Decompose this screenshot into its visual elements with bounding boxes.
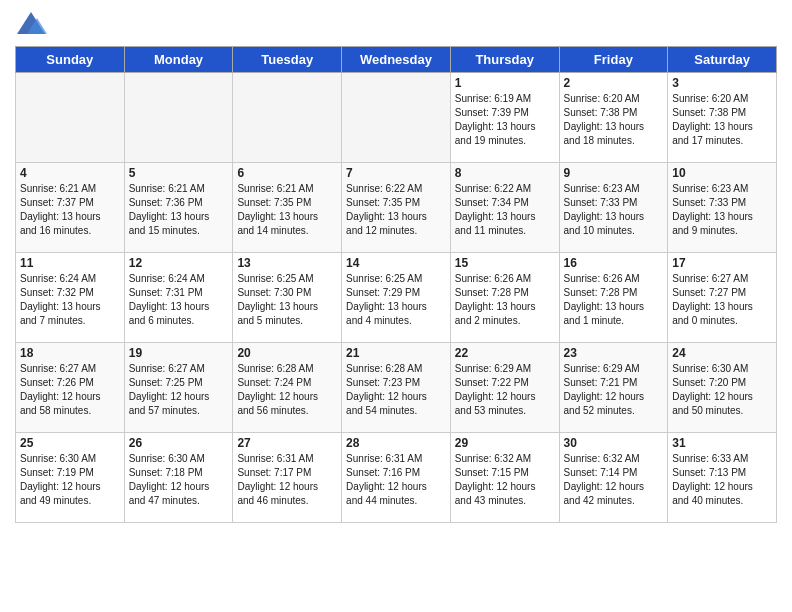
week-row-1: 1Sunrise: 6:19 AM Sunset: 7:39 PM Daylig… — [16, 73, 777, 163]
day-number: 20 — [237, 346, 337, 360]
calendar-cell: 3Sunrise: 6:20 AM Sunset: 7:38 PM Daylig… — [668, 73, 777, 163]
day-number: 17 — [672, 256, 772, 270]
day-info: Sunrise: 6:33 AM Sunset: 7:13 PM Dayligh… — [672, 452, 772, 508]
day-number: 2 — [564, 76, 664, 90]
day-info: Sunrise: 6:21 AM Sunset: 7:35 PM Dayligh… — [237, 182, 337, 238]
day-number: 13 — [237, 256, 337, 270]
calendar-cell: 6Sunrise: 6:21 AM Sunset: 7:35 PM Daylig… — [233, 163, 342, 253]
day-number: 1 — [455, 76, 555, 90]
day-number: 29 — [455, 436, 555, 450]
day-number: 14 — [346, 256, 446, 270]
calendar-cell: 21Sunrise: 6:28 AM Sunset: 7:23 PM Dayli… — [342, 343, 451, 433]
weekday-header-saturday: Saturday — [668, 47, 777, 73]
calendar-cell: 5Sunrise: 6:21 AM Sunset: 7:36 PM Daylig… — [124, 163, 233, 253]
day-number: 10 — [672, 166, 772, 180]
day-number: 8 — [455, 166, 555, 180]
calendar-cell: 16Sunrise: 6:26 AM Sunset: 7:28 PM Dayli… — [559, 253, 668, 343]
calendar-cell: 26Sunrise: 6:30 AM Sunset: 7:18 PM Dayli… — [124, 433, 233, 523]
calendar-cell: 29Sunrise: 6:32 AM Sunset: 7:15 PM Dayli… — [450, 433, 559, 523]
day-number: 22 — [455, 346, 555, 360]
weekday-header-thursday: Thursday — [450, 47, 559, 73]
day-number: 9 — [564, 166, 664, 180]
day-info: Sunrise: 6:32 AM Sunset: 7:15 PM Dayligh… — [455, 452, 555, 508]
calendar-cell: 4Sunrise: 6:21 AM Sunset: 7:37 PM Daylig… — [16, 163, 125, 253]
weekday-header-friday: Friday — [559, 47, 668, 73]
day-info: Sunrise: 6:31 AM Sunset: 7:17 PM Dayligh… — [237, 452, 337, 508]
day-info: Sunrise: 6:30 AM Sunset: 7:18 PM Dayligh… — [129, 452, 229, 508]
weekday-header-sunday: Sunday — [16, 47, 125, 73]
calendar-cell — [16, 73, 125, 163]
header — [15, 10, 777, 38]
day-number: 25 — [20, 436, 120, 450]
weekday-header-tuesday: Tuesday — [233, 47, 342, 73]
calendar-cell: 13Sunrise: 6:25 AM Sunset: 7:30 PM Dayli… — [233, 253, 342, 343]
week-row-4: 18Sunrise: 6:27 AM Sunset: 7:26 PM Dayli… — [16, 343, 777, 433]
day-number: 3 — [672, 76, 772, 90]
day-number: 19 — [129, 346, 229, 360]
day-number: 31 — [672, 436, 772, 450]
day-number: 11 — [20, 256, 120, 270]
day-info: Sunrise: 6:31 AM Sunset: 7:16 PM Dayligh… — [346, 452, 446, 508]
day-info: Sunrise: 6:24 AM Sunset: 7:31 PM Dayligh… — [129, 272, 229, 328]
day-info: Sunrise: 6:21 AM Sunset: 7:36 PM Dayligh… — [129, 182, 229, 238]
calendar-cell: 7Sunrise: 6:22 AM Sunset: 7:35 PM Daylig… — [342, 163, 451, 253]
day-info: Sunrise: 6:25 AM Sunset: 7:29 PM Dayligh… — [346, 272, 446, 328]
day-info: Sunrise: 6:22 AM Sunset: 7:35 PM Dayligh… — [346, 182, 446, 238]
weekday-header-monday: Monday — [124, 47, 233, 73]
calendar-cell: 11Sunrise: 6:24 AM Sunset: 7:32 PM Dayli… — [16, 253, 125, 343]
day-info: Sunrise: 6:21 AM Sunset: 7:37 PM Dayligh… — [20, 182, 120, 238]
day-info: Sunrise: 6:20 AM Sunset: 7:38 PM Dayligh… — [672, 92, 772, 148]
calendar-cell: 15Sunrise: 6:26 AM Sunset: 7:28 PM Dayli… — [450, 253, 559, 343]
calendar-cell: 18Sunrise: 6:27 AM Sunset: 7:26 PM Dayli… — [16, 343, 125, 433]
calendar-cell: 17Sunrise: 6:27 AM Sunset: 7:27 PM Dayli… — [668, 253, 777, 343]
day-info: Sunrise: 6:25 AM Sunset: 7:30 PM Dayligh… — [237, 272, 337, 328]
day-info: Sunrise: 6:30 AM Sunset: 7:20 PM Dayligh… — [672, 362, 772, 418]
calendar-cell: 28Sunrise: 6:31 AM Sunset: 7:16 PM Dayli… — [342, 433, 451, 523]
day-number: 26 — [129, 436, 229, 450]
calendar-cell: 9Sunrise: 6:23 AM Sunset: 7:33 PM Daylig… — [559, 163, 668, 253]
day-info: Sunrise: 6:23 AM Sunset: 7:33 PM Dayligh… — [564, 182, 664, 238]
calendar-cell: 14Sunrise: 6:25 AM Sunset: 7:29 PM Dayli… — [342, 253, 451, 343]
calendar-cell: 22Sunrise: 6:29 AM Sunset: 7:22 PM Dayli… — [450, 343, 559, 433]
calendar-cell — [233, 73, 342, 163]
day-number: 4 — [20, 166, 120, 180]
calendar-cell: 30Sunrise: 6:32 AM Sunset: 7:14 PM Dayli… — [559, 433, 668, 523]
logo — [15, 10, 51, 38]
day-info: Sunrise: 6:24 AM Sunset: 7:32 PM Dayligh… — [20, 272, 120, 328]
day-info: Sunrise: 6:27 AM Sunset: 7:27 PM Dayligh… — [672, 272, 772, 328]
day-info: Sunrise: 6:28 AM Sunset: 7:23 PM Dayligh… — [346, 362, 446, 418]
calendar-cell: 19Sunrise: 6:27 AM Sunset: 7:25 PM Dayli… — [124, 343, 233, 433]
day-info: Sunrise: 6:30 AM Sunset: 7:19 PM Dayligh… — [20, 452, 120, 508]
day-number: 24 — [672, 346, 772, 360]
day-number: 5 — [129, 166, 229, 180]
calendar-cell: 20Sunrise: 6:28 AM Sunset: 7:24 PM Dayli… — [233, 343, 342, 433]
day-number: 15 — [455, 256, 555, 270]
day-number: 12 — [129, 256, 229, 270]
day-info: Sunrise: 6:22 AM Sunset: 7:34 PM Dayligh… — [455, 182, 555, 238]
calendar-cell: 2Sunrise: 6:20 AM Sunset: 7:38 PM Daylig… — [559, 73, 668, 163]
calendar-cell: 12Sunrise: 6:24 AM Sunset: 7:31 PM Dayli… — [124, 253, 233, 343]
page: SundayMondayTuesdayWednesdayThursdayFrid… — [0, 0, 792, 612]
calendar-cell: 1Sunrise: 6:19 AM Sunset: 7:39 PM Daylig… — [450, 73, 559, 163]
day-number: 6 — [237, 166, 337, 180]
day-number: 27 — [237, 436, 337, 450]
calendar-cell — [342, 73, 451, 163]
day-number: 7 — [346, 166, 446, 180]
weekday-header-wednesday: Wednesday — [342, 47, 451, 73]
day-info: Sunrise: 6:28 AM Sunset: 7:24 PM Dayligh… — [237, 362, 337, 418]
day-info: Sunrise: 6:27 AM Sunset: 7:26 PM Dayligh… — [20, 362, 120, 418]
day-number: 21 — [346, 346, 446, 360]
calendar-cell: 25Sunrise: 6:30 AM Sunset: 7:19 PM Dayli… — [16, 433, 125, 523]
day-info: Sunrise: 6:29 AM Sunset: 7:21 PM Dayligh… — [564, 362, 664, 418]
calendar-cell: 31Sunrise: 6:33 AM Sunset: 7:13 PM Dayli… — [668, 433, 777, 523]
day-number: 16 — [564, 256, 664, 270]
day-info: Sunrise: 6:29 AM Sunset: 7:22 PM Dayligh… — [455, 362, 555, 418]
day-info: Sunrise: 6:27 AM Sunset: 7:25 PM Dayligh… — [129, 362, 229, 418]
logo-icon — [15, 10, 47, 38]
week-row-2: 4Sunrise: 6:21 AM Sunset: 7:37 PM Daylig… — [16, 163, 777, 253]
calendar-cell: 8Sunrise: 6:22 AM Sunset: 7:34 PM Daylig… — [450, 163, 559, 253]
calendar-cell: 27Sunrise: 6:31 AM Sunset: 7:17 PM Dayli… — [233, 433, 342, 523]
calendar-cell: 24Sunrise: 6:30 AM Sunset: 7:20 PM Dayli… — [668, 343, 777, 433]
week-row-3: 11Sunrise: 6:24 AM Sunset: 7:32 PM Dayli… — [16, 253, 777, 343]
calendar-cell — [124, 73, 233, 163]
